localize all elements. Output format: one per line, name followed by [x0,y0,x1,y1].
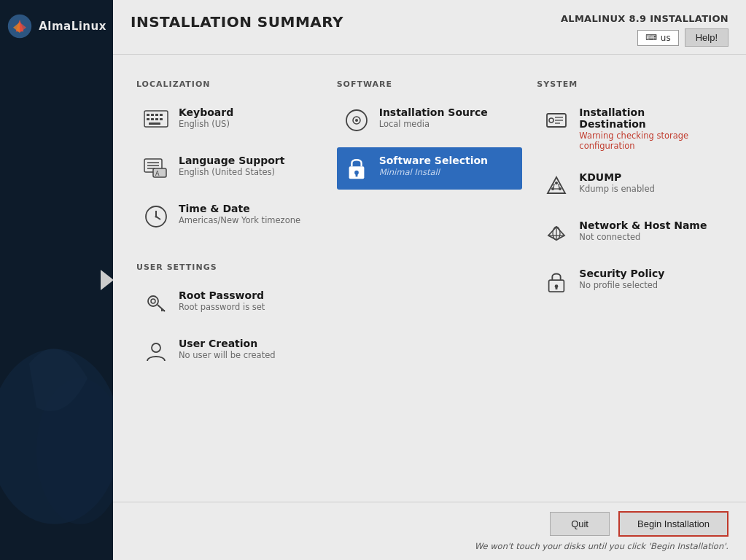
almalinux-version-label: ALMALINUX 8.9 INSTALLATION [561,13,728,24]
tile-root-password[interactable]: Root Password Root password is set [136,282,322,324]
keyboard-text: Keyboard English (US) [179,106,233,129]
sidebar-decoration [0,168,113,560]
svg-rect-34 [355,174,357,177]
kb-lang: us [661,33,671,43]
kdump-icon [543,171,570,199]
installation-destination-subtitle: Warning checking storage configuration [579,131,714,151]
software-lock-icon [343,155,370,182]
header-controls: ⌨ us Help! [637,28,728,47]
user-icon [142,338,170,365]
logo-text: AlmaLinux [39,20,106,33]
tile-installation-destination[interactable]: Installation Destination Warning checkin… [537,99,723,158]
almalinux-logo-icon [7,13,33,39]
keyboard-subtitle: English (US) [179,119,233,129]
footer: Quit Begin Installation We won't touch y… [113,502,746,560]
user-creation-title: User Creation [179,338,276,349]
help-button[interactable]: Help! [685,28,728,47]
localization-heading: LOCALIZATION [136,79,322,89]
keyboard-small-icon: ⌨ [645,33,657,42]
harddisk-icon [543,106,570,134]
software-selection-text: Software Selection Minimal Install [379,155,488,177]
system-column: SYSTEM Installation Destination [537,72,723,494]
svg-text:A: A [155,171,160,177]
kdump-text: KDUMP Kdump is enabled [579,171,654,194]
root-password-text: Root Password Root password is set [179,289,265,312]
svg-rect-7 [160,114,163,116]
software-selection-title: Software Selection [379,155,488,166]
security-policy-text: Security Policy No profile selected [579,268,664,290]
begin-installation-button[interactable]: Begin Installation [618,511,728,537]
tile-user-creation[interactable]: User Creation No user will be created [136,330,322,373]
installation-source-title: Installation Source [379,106,488,118]
main-columns: LOCALIZATION [136,72,723,494]
user-settings-section: USER SETTINGS [136,255,322,378]
svg-rect-5 [151,114,154,116]
quit-button[interactable]: Quit [550,512,610,536]
svg-rect-4 [147,114,149,116]
tile-language-support[interactable]: A Language Support English (United State… [136,147,322,190]
svg-point-24 [151,299,155,303]
svg-rect-10 [155,118,158,120]
user-settings-heading: USER SETTINGS [136,262,322,272]
svg-rect-6 [155,114,158,116]
language-title: Language Support [179,155,284,166]
kdump-subtitle: Kdump is enabled [579,184,654,194]
installation-source-subtitle: Local media [379,119,488,129]
installation-source-text: Installation Source Local media [379,106,488,129]
network-hostname-subtitle: Not connected [579,232,707,242]
header: INSTALLATION SUMMARY ALMALINUX 8.9 INSTA… [113,0,746,55]
root-password-subtitle: Root password is set [179,302,265,312]
tile-time-date[interactable]: Time & Date Americas/New York timezone [136,195,322,238]
tile-kdump[interactable]: KDUMP Kdump is enabled [537,164,723,206]
header-right: ALMALINUX 8.9 INSTALLATION ⌨ us Help! [561,13,728,47]
tile-installation-source[interactable]: Installation Source Local media [337,99,523,141]
security-policy-title: Security Policy [579,268,664,279]
tile-keyboard[interactable]: Keyboard English (US) [136,99,322,141]
svg-point-31 [355,119,358,122]
user-creation-subtitle: No user will be created [179,350,276,360]
keyboard-title: Keyboard [179,106,233,118]
svg-point-22 [155,216,158,218]
disc-icon [343,106,370,134]
svg-point-36 [549,118,553,122]
svg-line-43 [553,184,554,188]
svg-rect-12 [149,122,160,125]
system-heading: SYSTEM [537,79,723,89]
network-hostname-title: Network & Host Name [579,219,707,231]
tile-software-selection[interactable]: Software Selection Minimal Install [337,147,523,190]
user-creation-text: User Creation No user will be created [179,338,276,360]
footer-note: We won't touch your disks until you clic… [475,541,728,551]
language-icon: A [142,155,170,182]
clock-icon [142,203,170,230]
tile-network-hostname[interactable]: Network & Host Name Not connected [537,212,723,254]
content-area: LOCALIZATION [113,55,746,502]
software-heading: SOFTWARE [337,79,523,89]
footer-buttons: Quit Begin Installation [550,511,728,537]
svg-rect-9 [151,118,154,120]
software-selection-subtitle: Minimal Install [379,167,488,177]
localization-column: LOCALIZATION [136,72,322,494]
language-subtitle: English (United States) [179,167,284,177]
installation-destination-title: Installation Destination [579,106,714,130]
network-icon [543,219,570,247]
time-date-title: Time & Date [179,203,300,214]
tile-security-policy[interactable]: Security Policy No profile selected [537,260,723,303]
keyboard-icon [142,106,170,134]
svg-point-28 [152,343,160,352]
svg-rect-8 [147,118,149,120]
software-column: SOFTWARE Installation Source Local media [337,72,523,494]
svg-point-23 [148,296,158,306]
installation-destination-text: Installation Destination Warning checkin… [579,106,714,151]
svg-point-40 [555,182,558,184]
main-panel: INSTALLATION SUMMARY ALMALINUX 8.9 INSTA… [113,0,746,560]
security-icon [543,268,570,295]
svg-rect-11 [160,118,163,120]
kdump-title: KDUMP [579,171,654,183]
time-date-subtitle: Americas/New York timezone [179,215,300,225]
language-text: Language Support English (United States) [179,155,284,177]
network-hostname-text: Network & Host Name Not connected [579,219,707,242]
page-title: INSTALLATION SUMMARY [131,13,343,31]
keyboard-indicator[interactable]: ⌨ us [637,30,679,46]
svg-rect-51 [556,287,558,289]
sidebar: AlmaLinux [0,0,113,560]
